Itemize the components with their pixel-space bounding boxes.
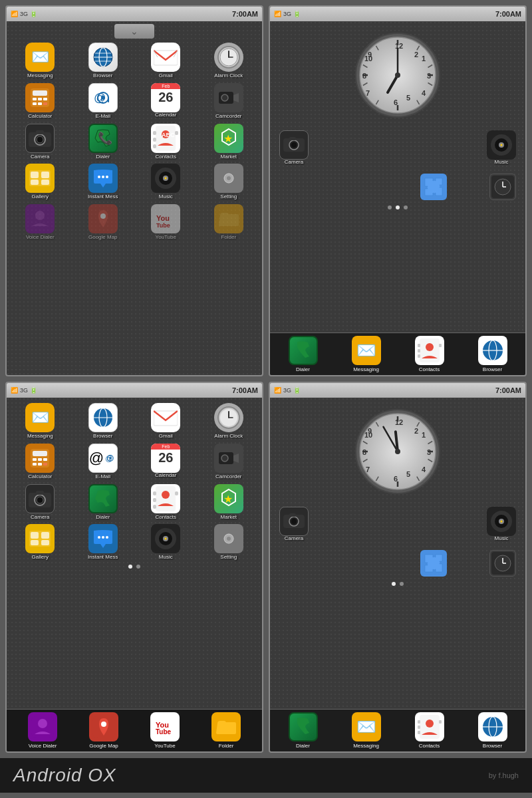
app-camera[interactable]: Camera [9, 122, 71, 162]
home-music[interactable]: Music [485, 129, 517, 167]
dock-dialer-tr[interactable]: Dialer [289, 336, 318, 372]
app-gallery[interactable]: Gallery [9, 162, 71, 201]
dock-messaging-tr[interactable]: ✉️ Messaging [352, 336, 381, 372]
home-music-br[interactable]: Music [485, 505, 517, 543]
dock-dialer-br[interactable]: Dialer [289, 712, 318, 749]
app-instantmess-bl[interactable]: Instant Mess [72, 523, 134, 562]
svg-rect-46 [41, 180, 49, 185]
app-googlemap-dim[interactable]: Google Map [72, 203, 134, 242]
app-browser-bl[interactable]: Browser [72, 402, 134, 441]
app-gallery-bl[interactable]: Gallery [9, 523, 71, 562]
signal-icon-br: 3G [283, 387, 291, 394]
home-puzzle-br[interactable] [419, 549, 448, 578]
app-calc-bl[interactable]: Calculator [9, 442, 71, 481]
alarm-label: Alarm Clock [214, 73, 243, 79]
dot-bl-2 [136, 565, 140, 569]
status-time-tr: 7:00AM [495, 10, 521, 18]
app-voicedialer-dim[interactable]: Voice Dialer [9, 203, 71, 242]
app-dialer[interactable]: 📞 Dialer [72, 122, 134, 162]
calendar-icon-bl: Feb 26 [151, 444, 180, 473]
app-youtube-dim[interactable]: YouTube YouTube [135, 203, 197, 242]
home-camera[interactable]: Camera [278, 129, 310, 167]
app-calculator[interactable]: Calculator [9, 82, 71, 121]
svg-text:6: 6 [394, 98, 398, 106]
home-camera-br[interactable]: Camera [278, 505, 310, 543]
app-calendar-bl[interactable]: Feb 26 Calendar [135, 442, 197, 481]
svg-rect-45 [31, 180, 39, 185]
app-camcorder[interactable]: Camcorder [198, 82, 260, 121]
status-time-bl: 7:00AM [232, 386, 258, 394]
email-label: E-Mail [95, 114, 110, 120]
app-music-bl[interactable]: Music [135, 523, 197, 562]
app-messaging-bl[interactable]: ✉️ Messaging [9, 402, 71, 441]
app-gmail[interactable]: Gmail [135, 41, 197, 80]
app-folder-dim[interactable]: Folder [198, 203, 260, 242]
svg-rect-37 [175, 131, 178, 135]
phone-body-br: 12 1 3 4 6 7 8 10 2 9 5 [270, 398, 525, 709]
home-clock-widget-br[interactable] [488, 549, 517, 578]
app-camera-bl[interactable]: Camera [9, 483, 71, 522]
svg-point-59 [100, 213, 106, 219]
bt-icon: 📶 [11, 11, 18, 17]
app-alarm-bl[interactable]: Alarm Clock [198, 402, 260, 441]
app-email[interactable]: @ E-Mail [72, 82, 134, 121]
gmail-icon [151, 43, 180, 72]
app-market[interactable]: ★ Market [198, 122, 260, 162]
app-instantmess[interactable]: Instant Mess [72, 162, 134, 201]
svg-text:★: ★ [223, 493, 233, 505]
dock-youtube-bl[interactable]: YouTube YouTube [150, 712, 180, 749]
app-dialer-bl[interactable]: Dialer [72, 483, 134, 522]
app-alarm[interactable]: Alarm Clock [198, 41, 260, 80]
dock-contacts-br[interactable]: Contacts [415, 712, 444, 749]
drawer-tab[interactable]: ⌄ [114, 24, 154, 39]
home-music-label: Music [495, 160, 509, 166]
dock-googlemap-bl[interactable]: Google Map [89, 712, 118, 749]
dock-messaging-icon-tr: ✉️ [352, 336, 381, 365]
footer: Android OX by f.hugh [0, 758, 532, 793]
home-camera-label-br: Camera [285, 536, 303, 542]
svg-rect-30 [36, 130, 44, 134]
dock-browser-tr[interactable]: Browser [478, 336, 507, 372]
app-settings-bl[interactable]: Setting [198, 523, 260, 562]
app-contacts[interactable]: ABC Contacts [135, 122, 197, 162]
status-bar-bl: 📶 3G 🔋 7:00AM [7, 383, 262, 398]
status-time-tl: 7:00AM [232, 10, 258, 18]
dock-voicedialer-bl[interactable]: Voice Dialer [28, 712, 57, 749]
svg-rect-108 [418, 349, 420, 352]
svg-point-57 [35, 211, 45, 220]
home-camera-label: Camera [285, 160, 303, 166]
dock-youtube-label-bl: YouTube [154, 743, 175, 749]
dock-contacts-tr[interactable]: Contacts [415, 336, 444, 372]
dock-browser-br[interactable]: Browser [478, 712, 507, 749]
instantmess-icon [88, 164, 118, 193]
app-settings[interactable]: Setting [198, 162, 260, 201]
dock-folder-bl[interactable]: Folder [211, 712, 241, 749]
app-camcorder-bl[interactable]: Camcorder [198, 442, 260, 481]
app-browser[interactable]: Browser [72, 41, 134, 80]
app-market-bl[interactable]: ★ Market [198, 483, 260, 522]
dock-voicedialer-label-bl: Voice Dialer [29, 743, 57, 749]
svg-rect-152 [41, 532, 49, 539]
googlemap-dim-icon [88, 204, 118, 233]
home-puzzle[interactable] [419, 172, 448, 201]
browser-icon-bl [88, 403, 118, 432]
status-icons-br: 📶 3G 🔋 [274, 387, 301, 394]
dialer-label-bl: Dialer [96, 515, 110, 521]
app-gmail-bl[interactable]: Gmail [135, 402, 197, 441]
phone-body-tr: 12 1 3 4 6 7 8 10 2 9 5 [270, 21, 525, 332]
dock-messaging-br[interactable]: ✉️ Messaging [352, 712, 381, 749]
app-contacts-bl[interactable]: Contacts [135, 483, 197, 522]
clock-widget-icon-br [489, 550, 516, 577]
app-music[interactable]: Music [135, 162, 197, 201]
calculator-label: Calculator [28, 114, 52, 120]
app-calendar[interactable]: Feb 26 Calendar [135, 82, 197, 121]
svg-text:8: 8 [362, 448, 366, 456]
status-time-br: 7:00AM [495, 386, 521, 394]
svg-rect-34 [153, 131, 156, 135]
app-email-bl[interactable]: @@ E-Mail [72, 442, 134, 481]
folder-dim-icon [214, 204, 243, 233]
youtube-dim-label: YouTube [156, 235, 176, 241]
home-clock-widget[interactable] [488, 172, 517, 201]
app-messaging[interactable]: ✉️ Messaging [9, 41, 71, 80]
svg-point-207 [501, 521, 503, 523]
